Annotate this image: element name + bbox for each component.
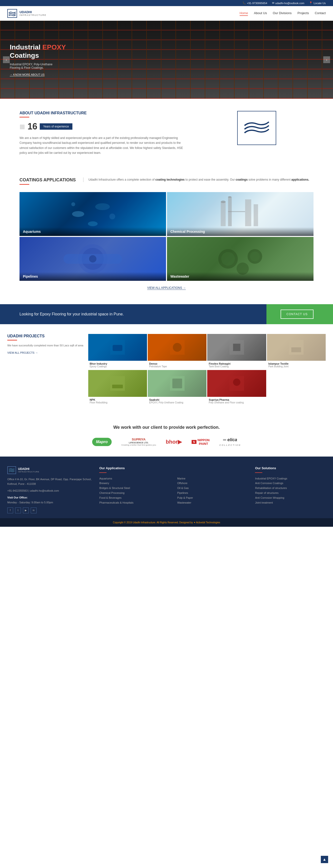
view-all-applications[interactable]: VIEW ALL APPLICATIONS →	[20, 281, 313, 294]
wastewater-label: Wastewater	[167, 272, 313, 281]
svg-point-4	[88, 221, 98, 226]
project-finolex-info: Finolex Ratnagiri Tank Boot Coating	[207, 361, 266, 369]
project-saakshi-type: EPOXY, Poly-Urethane Coating	[149, 401, 205, 404]
email-icon: ✉	[272, 1, 274, 5]
mapro-logo: Mapro	[92, 438, 112, 446]
footer-company: UDADHI INFRASTRUCTURE Office # A-10, Gr.…	[7, 466, 92, 513]
footer-app-pipelines[interactable]: Pipelines	[177, 491, 248, 496]
footer-logo-text: UDADHI INFRASTRUCTURE	[18, 467, 39, 473]
project-npk-image	[88, 370, 147, 397]
footer-sol-repair[interactable]: Repair of structures	[255, 491, 326, 496]
footer-sol-anti-corrosive[interactable]: Anti Corrosive Coatings	[255, 481, 326, 486]
footer-applications: Our Applications Aquariums Brewery Bridg…	[99, 466, 170, 513]
project-finolex-type: Tank Boot Coating	[209, 365, 265, 368]
project-denso[interactable]: Denso Petrolatum Tape	[148, 334, 207, 369]
footer-bottom: Copyright © 2019 Udadhi Infrastructure. …	[0, 518, 333, 527]
coating-wastewater[interactable]: Wastewater	[167, 237, 313, 281]
coatings-header: COATINGS APPLICATIONS Udadhi Infrastruct…	[20, 178, 313, 185]
nav: Home About Us Our Divisions Projects Con…	[240, 11, 326, 16]
footer-sol-rehab[interactable]: Rehabilitation of structures	[255, 486, 326, 491]
years-badge: ▦ 16 Years of experience	[20, 121, 190, 132]
social-icons: f t ▶ in	[7, 507, 92, 513]
project-npk[interactable]: NPK Floor Rebuilding	[88, 370, 147, 405]
project-finolex[interactable]: Finolex Ratnagiri Tank Boot Coating	[207, 334, 266, 369]
contact-us-button[interactable]: CONTACT US	[280, 310, 313, 319]
elica-logo: ═ elica COLLECTION	[219, 437, 241, 447]
footer-app-offshore[interactable]: Offshore	[177, 481, 248, 486]
footer-sol-wrapping[interactable]: Anti Corrosion Wrapping	[255, 496, 326, 500]
svg-point-21	[250, 252, 260, 261]
project-bhor[interactable]: Bhor Industry Epoxy Coatings	[88, 334, 147, 369]
project-islampur[interactable]: Islampur Textile Park Building Joint	[267, 334, 326, 369]
about-underline	[20, 117, 29, 118]
coating-pipelines[interactable]: Pipelines	[20, 237, 166, 281]
coating-chemical[interactable]: Chemical Processing	[167, 192, 313, 236]
projects-grid: Bhor Industry Epoxy Coatings Denso Petro…	[88, 334, 326, 405]
nav-about[interactable]: About Us	[254, 11, 267, 16]
footer-applications-title: Our Applications	[99, 466, 170, 470]
svg-point-36	[233, 378, 240, 386]
about-description: We are a team of highly skilled and expe…	[20, 135, 190, 156]
project-denso-type: Petrolatum Tape	[149, 365, 205, 368]
logo: UDADHI INFRASTRUCTURE	[7, 9, 47, 18]
footer-app-chemical[interactable]: Chemical Processing	[99, 491, 170, 496]
footer-sol-joint[interactable]: Joint treatment	[255, 500, 326, 505]
footer-app-bridges[interactable]: Bridges & Structural Steel	[99, 486, 170, 491]
project-supriya-type: Poly Urethane and Floor coating	[209, 401, 265, 404]
hero-content: Industrial EPOXYCoatings Industrial EPOX…	[10, 43, 66, 76]
footer-sol-epoxy[interactable]: Industrial EPOXY Coatings	[255, 476, 326, 481]
projects-title: UDADHI PROJECTS	[7, 334, 83, 338]
coatings-description: Udadhi Infrastructure offers a complete …	[83, 178, 309, 182]
view-all-projects-link[interactable]: VIEW ALL PROJECTS →	[7, 351, 38, 354]
nav-contact[interactable]: Contact	[315, 11, 326, 16]
svg-rect-30	[291, 347, 301, 352]
project-supriya[interactable]: Supriya Pharma Poly Urethane and Floor c…	[207, 370, 266, 405]
footer-address: Office # A-10, Gr. Floor, BK Avenue, DP …	[7, 477, 92, 487]
footer-solutions-underline	[255, 472, 262, 473]
project-saakshi[interactable]: Saakshi EPOXY, Poly-Urethane Coating	[148, 370, 207, 405]
cta-text: Looking for Epoxy Flooring for your indu…	[20, 312, 124, 316]
hero-prev-button[interactable]: ‹	[3, 56, 10, 63]
footer-app-wastewater[interactable]: Wastewater	[177, 500, 248, 505]
project-bhor-type: Epoxy Coatings	[90, 365, 146, 368]
footer-app-marine[interactable]: Marine	[177, 476, 248, 481]
svg-point-5	[71, 202, 75, 206]
project-denso-name: Denso	[149, 362, 205, 365]
email-info: ✉ udadhi-ho@outlook.com	[272, 1, 304, 5]
footer-solutions-title: Our Solutions	[255, 466, 326, 470]
footer-app-oil[interactable]: Oil & Gas	[177, 486, 248, 491]
facebook-icon[interactable]: f	[7, 507, 13, 513]
clients-logos: Mapro SUPRIYA LIFESCIENCE LTD. Creating …	[20, 437, 313, 447]
footer-applications2: Marine Offshore Oil & Gas Pipelines Pulp…	[177, 466, 248, 513]
twitter-icon[interactable]: t	[15, 507, 21, 513]
footer-app-aquariums[interactable]: Aquariums	[99, 476, 170, 481]
hero-cta-link[interactable]: → KNOW MORE ABOUT US	[10, 73, 44, 76]
coating-aquariums[interactable]: Aquariums	[20, 192, 166, 236]
locate-info[interactable]: 📍 Locate Us	[309, 1, 326, 5]
clients-section: We work with our client to provide work …	[0, 415, 333, 457]
hero-next-button[interactable]: ›	[323, 56, 330, 63]
youtube-icon[interactable]: ▶	[23, 507, 29, 513]
project-bhor-info: Bhor Industry Epoxy Coatings	[88, 361, 147, 369]
svg-point-2	[72, 211, 84, 217]
footer-app-food[interactable]: Food & Beverages	[99, 496, 170, 500]
project-denso-image	[148, 334, 207, 361]
nav-home[interactable]: Home	[240, 11, 248, 16]
project-supriya-info: Supriya Pharma Poly Urethane and Floor c…	[207, 397, 266, 405]
hero-section: ‹ Industrial EPOXYCoatings Industrial EP…	[0, 21, 333, 99]
top-bar: 📞 +91-9730065654 ✉ udadhi-ho@outlook.com…	[0, 0, 333, 6]
years-number: 16	[28, 121, 37, 132]
nav-projects[interactable]: Projects	[297, 11, 309, 16]
phone-icon: 📞	[243, 1, 246, 5]
footer-app-brewery[interactable]: Brewery	[99, 481, 170, 486]
footer-phone: +91-9422355563 | udadhi-ho@outlook.com	[7, 489, 92, 493]
view-all-link[interactable]: VIEW ALL APPLICATIONS →	[147, 286, 186, 290]
about-section: ABOUT UDADHI INFRASTRUCTURE ▦ 16 Years o…	[0, 99, 333, 168]
project-islampur-name: Islampur Textile	[268, 362, 324, 365]
svg-rect-10	[254, 204, 258, 226]
linkedin-icon[interactable]: in	[31, 507, 36, 513]
footer-app-pharma[interactable]: Pharmaceuticals & Hospitals	[99, 500, 170, 505]
footer-app-pulp[interactable]: Pulp & Paper	[177, 496, 248, 500]
nav-divisions[interactable]: Our Divisions	[273, 11, 292, 16]
svg-rect-7	[221, 202, 226, 226]
